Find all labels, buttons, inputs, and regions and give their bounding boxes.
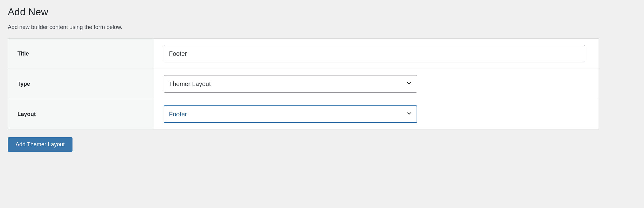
layout-label: Layout	[8, 99, 154, 129]
page-description: Add new builder content using the form b…	[8, 24, 636, 31]
add-themer-layout-button[interactable]: Add Themer Layout	[8, 137, 72, 152]
form-row-layout: Layout Footer	[8, 99, 599, 129]
title-label: Title	[8, 39, 154, 69]
form-table: Title Type Themer Layout Layout	[8, 38, 599, 129]
title-cell	[154, 39, 599, 69]
type-select-wrap: Themer Layout	[164, 75, 417, 93]
layout-select[interactable]: Footer	[164, 105, 417, 123]
type-select[interactable]: Themer Layout	[164, 75, 417, 93]
form-row-title: Title	[8, 39, 599, 69]
title-input[interactable]	[164, 45, 585, 62]
layout-select-wrap: Footer	[164, 105, 417, 123]
form-row-type: Type Themer Layout	[8, 69, 599, 99]
page-title: Add New	[8, 6, 636, 18]
type-cell: Themer Layout	[154, 69, 599, 99]
type-label: Type	[8, 69, 154, 99]
layout-cell: Footer	[154, 99, 599, 129]
